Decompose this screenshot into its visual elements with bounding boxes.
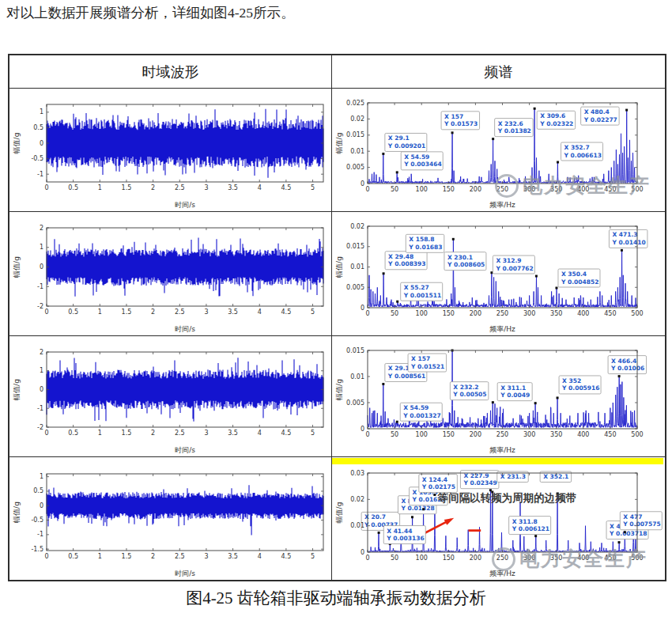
spectrum-chart-cell-row4: X 20.7Y 0.00737X 41.44Y 0.003136X 82.81Y… — [332, 457, 665, 580]
svg-text:2: 2 — [40, 225, 43, 232]
svg-text:Y 0.008605: Y 0.008605 — [447, 261, 485, 268]
svg-text:X 311.1: X 311.1 — [500, 384, 526, 392]
svg-text:Y 0.01521: Y 0.01521 — [410, 363, 444, 370]
spectrum-plot-row2: X 29.48Y 0.008393X 55.27Y 0.001511X 158.… — [333, 214, 664, 335]
svg-text:1.5: 1.5 — [122, 430, 132, 437]
svg-text:0.015: 0.015 — [346, 243, 364, 250]
svg-text:X 157: X 157 — [411, 355, 430, 362]
svg-text:100: 100 — [416, 310, 428, 317]
svg-text:-1: -1 — [37, 283, 43, 290]
svg-text:1: 1 — [98, 430, 102, 437]
svg-text:0.5: 0.5 — [68, 553, 78, 560]
svg-text:0.5: 0.5 — [33, 487, 43, 494]
svg-text:Y 0.003464: Y 0.003464 — [403, 161, 441, 168]
svg-text:1: 1 — [40, 473, 43, 480]
spectrum-chart-cell-row3: X 29.1Y 0.008561X 54.59Y 0.001327X 157Y … — [332, 336, 665, 457]
svg-text:X 29.1: X 29.1 — [388, 365, 410, 372]
svg-text:300: 300 — [523, 310, 535, 317]
time-waveform-plot-row4: 00.511.522.533.544.55-1.5-1-0.500.51时间/s… — [10, 460, 331, 579]
svg-text:3: 3 — [204, 308, 208, 316]
svg-text:频率/Hz: 频率/Hz — [489, 325, 515, 333]
svg-text:50: 50 — [391, 310, 398, 317]
svg-text:0: 0 — [365, 310, 369, 317]
svg-text:0: 0 — [365, 431, 369, 438]
svg-text:-2: -2 — [37, 303, 43, 310]
svg-text:2: 2 — [151, 308, 155, 316]
svg-text:X 41.44: X 41.44 — [387, 528, 412, 535]
svg-text:50: 50 — [391, 555, 398, 562]
svg-text:0.5: 0.5 — [68, 308, 78, 316]
svg-text:X 124.4: X 124.4 — [422, 476, 447, 483]
svg-text:250: 250 — [496, 310, 508, 317]
svg-text:X 312.9: X 312.9 — [496, 257, 521, 264]
svg-text:Y 0.01410: Y 0.01410 — [611, 239, 645, 246]
svg-text:时间/s: 时间/s — [175, 570, 195, 577]
svg-text:4: 4 — [258, 553, 262, 560]
svg-text:1: 1 — [40, 244, 43, 251]
svg-text:1: 1 — [98, 308, 102, 316]
svg-text:2: 2 — [151, 430, 155, 437]
svg-text:-1: -1 — [37, 531, 43, 538]
svg-text:450: 450 — [604, 310, 616, 317]
svg-text:X 232.2: X 232.2 — [453, 384, 478, 391]
svg-text:2: 2 — [40, 349, 43, 356]
svg-text:幅值/g: 幅值/g — [13, 379, 21, 400]
svg-text:350: 350 — [550, 555, 562, 562]
svg-text:0: 0 — [44, 553, 48, 560]
document-page: 对以上数据开展频谱分析，详细如图4-25所示。 时域波形 频谱 00.511.5… — [0, 0, 672, 617]
svg-text:300: 300 — [523, 555, 535, 562]
svg-text:150: 150 — [443, 310, 455, 317]
spectrum-chart-cell-row1: X 29.1Y 0.009201X 54.59Y 0.003464X 157Y … — [332, 89, 665, 212]
time-chart-cell-row2: 00.511.522.533.544.55-2-1012时间/s幅值/g — [9, 212, 332, 336]
svg-text:X 29.1: X 29.1 — [388, 134, 410, 142]
svg-text:450: 450 — [604, 555, 616, 562]
svg-text:Y 0.001511: Y 0.001511 — [403, 292, 441, 299]
svg-text:1.5: 1.5 — [122, 308, 132, 316]
svg-text:1.5: 1.5 — [122, 553, 132, 560]
svg-text:-1: -1 — [37, 405, 43, 412]
svg-text:X 352.1: X 352.1 — [543, 473, 568, 480]
svg-text:250: 250 — [496, 555, 508, 562]
svg-text:200: 200 — [470, 186, 481, 193]
svg-text:50: 50 — [391, 431, 398, 438]
svg-text:时间/s: 时间/s — [175, 446, 195, 454]
svg-text:0: 0 — [40, 263, 43, 271]
svg-text:450: 450 — [604, 431, 616, 438]
svg-text:幅值/g: 幅值/g — [13, 256, 21, 278]
svg-text:幅值/g: 幅值/g — [335, 256, 343, 278]
svg-text:X 232.6: X 232.6 — [498, 120, 523, 127]
svg-text:1: 1 — [98, 553, 102, 560]
svg-text:3: 3 — [204, 553, 208, 560]
svg-text:2: 2 — [151, 553, 155, 560]
svg-text:1: 1 — [98, 184, 102, 191]
svg-text:Y 0.01573: Y 0.01573 — [444, 120, 478, 127]
svg-text:-1: -1 — [37, 171, 43, 178]
svg-text:350: 350 — [550, 310, 562, 317]
svg-text:0.02: 0.02 — [350, 115, 364, 123]
svg-text:X 55.27: X 55.27 — [404, 284, 429, 291]
svg-text:X 29.48: X 29.48 — [388, 253, 413, 260]
svg-text:X 157: X 157 — [444, 113, 463, 120]
svg-text:Y 0.02175: Y 0.02175 — [421, 483, 455, 490]
svg-text:3: 3 — [204, 430, 208, 437]
svg-text:3: 3 — [204, 184, 208, 191]
svg-text:4.5: 4.5 — [281, 553, 292, 560]
svg-text:时间/s: 时间/s — [175, 325, 195, 333]
svg-text:50: 50 — [391, 186, 398, 193]
svg-text:Y 0.008561: Y 0.008561 — [387, 373, 425, 380]
svg-text:Y 0.00505: Y 0.00505 — [452, 391, 486, 398]
svg-text:500: 500 — [631, 310, 643, 317]
svg-text:Y 0.005916: Y 0.005916 — [561, 384, 599, 392]
svg-text:X 231.3: X 231.3 — [500, 473, 526, 480]
svg-text:Y 0.01328: Y 0.01328 — [400, 505, 434, 512]
svg-text:-0.5: -0.5 — [31, 517, 43, 524]
svg-text:0.03: 0.03 — [350, 470, 364, 477]
svg-text:0: 0 — [365, 555, 369, 562]
svg-text:0.02: 0.02 — [350, 496, 364, 503]
svg-text:X 54.59: X 54.59 — [403, 404, 428, 411]
svg-text:350: 350 — [550, 186, 562, 193]
svg-text:0.02: 0.02 — [350, 223, 364, 230]
time-waveform-plot-row3: 00.511.522.533.544.55-2-1012时间/s幅值/g — [10, 338, 331, 456]
svg-text:0.5: 0.5 — [68, 430, 78, 437]
svg-text:500: 500 — [631, 186, 643, 193]
